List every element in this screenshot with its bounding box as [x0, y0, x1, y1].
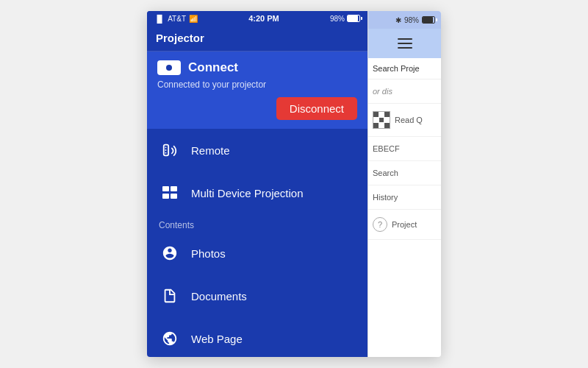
right-list: or dis Read Q EBECF	[368, 79, 441, 357]
left-panel: ▐▌ AT&T 📶 4:20 PM 98% Projector Conne	[147, 11, 368, 357]
right-battery-percent: 98%	[404, 16, 419, 24]
right-battery-fill	[423, 17, 433, 23]
right-list-item-qr[interactable]: Read Q	[368, 104, 441, 137]
remote-icon	[159, 139, 181, 161]
battery-percent: 98%	[330, 15, 345, 23]
remote-label: Remote	[191, 144, 230, 157]
phone-frame: ▐▌ AT&T 📶 4:20 PM 98% Projector Conne	[147, 11, 441, 357]
disconnect-button[interactable]: Disconnect	[276, 97, 357, 120]
menu-item-photos[interactable]: Photos	[147, 232, 368, 275]
connect-section: Connect Connected to your projector Disc…	[147, 52, 368, 129]
carrier-name: AT&T	[168, 15, 186, 23]
right-battery-icon	[422, 16, 435, 24]
multi-device-icon	[159, 182, 181, 204]
hamburger-line-3	[398, 47, 412, 49]
svg-rect-1	[171, 186, 177, 191]
right-list-item-ordis: or dis	[368, 79, 441, 104]
menu-item-documents[interactable]: Documents	[147, 275, 368, 317]
wifi-icon: 📶	[189, 15, 198, 23]
webpage-icon	[159, 328, 181, 350]
svg-rect-3	[171, 194, 177, 199]
photos-icon	[159, 242, 181, 264]
connect-subtitle: Connected to your projector	[157, 79, 357, 90]
search-label: Search Proje	[373, 64, 420, 73]
right-list-item-search[interactable]: Search	[368, 161, 441, 185]
connect-header: Connect	[157, 60, 357, 75]
multi-device-label: Multi Device Projection	[191, 187, 304, 199]
hamburger-line-2	[398, 43, 412, 44]
right-panel: ✱ 98% Search Proje or dis	[368, 11, 441, 357]
app-title-bar: Projector	[147, 26, 368, 52]
right-top-bar	[368, 29, 441, 58]
svg-rect-2	[162, 194, 169, 199]
documents-label: Documents	[191, 290, 247, 302]
right-search-bar: Search Proje	[368, 58, 441, 79]
contents-header: Contents	[147, 214, 368, 232]
carrier-info: ▐▌ AT&T 📶	[154, 15, 198, 23]
right-list-item-project[interactable]: ? Project	[368, 210, 441, 240]
right-bluetooth: ✱	[395, 16, 401, 24]
svg-rect-0	[162, 186, 169, 191]
menu-item-webpage[interactable]: Web Page	[147, 317, 368, 357]
right-status-bar: ✱ 98%	[368, 11, 441, 29]
connect-icon-dot	[166, 65, 172, 71]
signal-bars: ▐▌	[154, 15, 165, 23]
help-icon: ?	[373, 217, 387, 232]
connect-icon	[157, 60, 181, 75]
right-list-item-history[interactable]: History	[368, 185, 441, 210]
battery-fill	[348, 15, 358, 21]
menu-section: Remote Multi Device Projection Contents	[147, 129, 368, 357]
menu-item-remote[interactable]: Remote	[147, 129, 368, 171]
photos-label: Photos	[191, 247, 226, 260]
qr-code-thumbnail	[373, 111, 390, 129]
battery-icon	[347, 15, 360, 22]
menu-item-multi-device[interactable]: Multi Device Projection	[147, 171, 368, 214]
documents-icon	[159, 285, 181, 307]
right-list-item-code: EBECF	[368, 137, 441, 161]
app-title: Projector	[156, 32, 204, 44]
status-bar: ▐▌ AT&T 📶 4:20 PM 98%	[147, 11, 368, 26]
battery-info: 98%	[330, 15, 360, 23]
hamburger-line-1	[398, 38, 412, 40]
connect-title: Connect	[188, 60, 238, 75]
hamburger-icon[interactable]	[398, 38, 412, 49]
webpage-label: Web Page	[191, 333, 243, 345]
status-time: 4:20 PM	[248, 14, 279, 23]
